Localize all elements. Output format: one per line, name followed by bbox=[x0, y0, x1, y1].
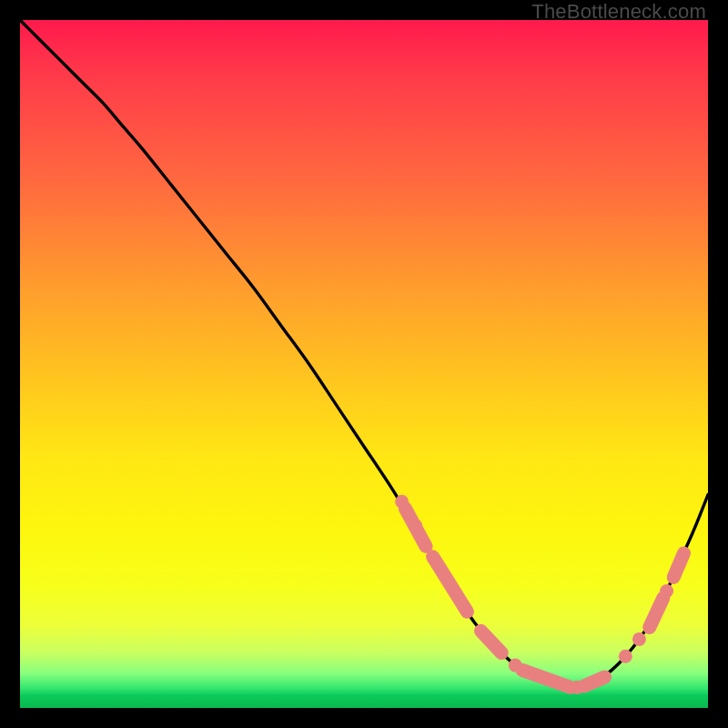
plot-frame bbox=[20, 20, 708, 708]
bottleneck-curve bbox=[20, 20, 708, 687]
marker-seg-g bbox=[673, 553, 683, 578]
markers-group bbox=[395, 495, 683, 694]
plot-svg bbox=[20, 20, 708, 708]
marker-seg-a bbox=[405, 509, 426, 547]
marker-pt-i bbox=[619, 650, 632, 663]
marker-pt-j bbox=[632, 632, 646, 646]
marker-seg-b bbox=[433, 557, 468, 612]
marker-seg-c bbox=[481, 631, 502, 652]
marker-seg-e bbox=[584, 677, 605, 686]
marker-seg-d bbox=[522, 670, 571, 687]
marker-seg-f bbox=[650, 598, 663, 628]
